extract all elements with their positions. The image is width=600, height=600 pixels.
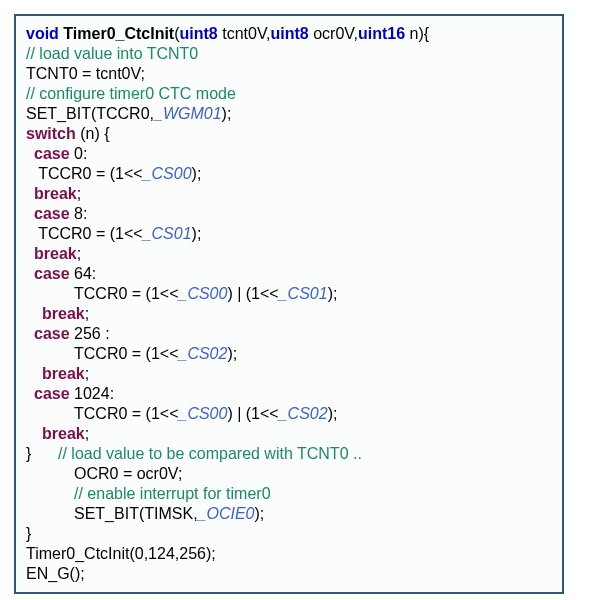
code-line: EN_G(); [26, 564, 552, 584]
arg: tcnt0V, [218, 25, 271, 42]
arg: ocr0V, [309, 25, 358, 42]
keyword-break: break [42, 425, 85, 442]
keyword-break: break [42, 305, 85, 322]
code-line: TCNT0 = tcnt0V; [26, 64, 552, 84]
code-line: switch (n) { [26, 124, 552, 144]
type: uint8 [271, 25, 309, 42]
code-line: SET_BIT(TIMSK,_OCIE0); [26, 504, 552, 524]
code-line: TCCR0 = (1<<_CS00) | (1<<_CS01); [26, 284, 552, 304]
code-line: case 0: [26, 144, 552, 164]
type: uint8 [180, 25, 218, 42]
comment: // configure timer0 CTC mode [26, 84, 552, 104]
keyword-break: break [34, 185, 77, 202]
code-line: case 1024: [26, 384, 552, 404]
type: uint16 [358, 25, 405, 42]
case-value: 1024: [70, 385, 114, 402]
constant: _OCIE0 [198, 505, 255, 522]
text: TCCR0 = (1<< [34, 225, 143, 242]
text: SET_BIT(TIMSK, [74, 505, 198, 522]
code-line: SET_BIT(TCCR0,_WGM01); [26, 104, 552, 124]
comment: // enable interrupt for timer0 [26, 484, 552, 504]
text: ); [328, 285, 338, 302]
semi: ; [77, 245, 81, 262]
code-line: case 256 : [26, 324, 552, 344]
code-line: OCR0 = ocr0V; [26, 464, 552, 484]
keyword-void: void [26, 25, 59, 42]
arg: n){ [405, 25, 429, 42]
text: TCCR0 = (1<< [34, 165, 143, 182]
text: ); [222, 105, 232, 122]
code-line: break; [26, 364, 552, 384]
case-value: 256 : [70, 325, 110, 342]
code-line: TCCR0 = (1<<_CS01); [26, 224, 552, 244]
code-line: TCCR0 = (1<<_CS00); [26, 164, 552, 184]
constant: _CS01 [279, 285, 328, 302]
case-value: 64: [70, 265, 97, 282]
keyword-case: case [34, 385, 70, 402]
constant: _CS02 [279, 405, 328, 422]
text: ); [192, 225, 202, 242]
text: TCCR0 = (1<< [74, 285, 178, 302]
text: ); [227, 345, 237, 362]
comment: // load value to be compared with TCNT0 … [58, 445, 362, 462]
semi: ; [77, 185, 81, 202]
keyword-case: case [34, 205, 70, 222]
code-line: case 64: [26, 264, 552, 284]
case-value: 8: [70, 205, 88, 222]
semi: ; [85, 365, 89, 382]
code-line: break; [26, 304, 552, 324]
keyword-switch: switch [26, 125, 76, 142]
text: TCCR0 = (1<< [74, 405, 178, 422]
text: ) | (1<< [227, 285, 278, 302]
code-line: } // load value to be compared with TCNT… [26, 444, 552, 464]
constant: _CS02 [178, 345, 227, 362]
func-name: Timer0_CtcInit [63, 25, 174, 42]
keyword-case: case [34, 265, 70, 282]
constant: _WGM01 [154, 105, 222, 122]
code-line: break; [26, 184, 552, 204]
keyword-case: case [34, 145, 70, 162]
semi: ; [85, 305, 89, 322]
keyword-case: case [34, 325, 70, 342]
text: ); [255, 505, 265, 522]
code-line: TCCR0 = (1<<_CS02); [26, 344, 552, 364]
constant: _CS00 [178, 285, 227, 302]
text: ); [192, 165, 202, 182]
code-line: break; [26, 244, 552, 264]
code-line: break; [26, 424, 552, 444]
code-line: void Timer0_CtcInit(uint8 tcnt0V,uint8 o… [26, 24, 552, 44]
text: ); [328, 405, 338, 422]
text: SET_BIT(TCCR0, [26, 105, 154, 122]
keyword-break: break [34, 245, 77, 262]
constant: _CS01 [143, 225, 192, 242]
code-block: void Timer0_CtcInit(uint8 tcnt0V,uint8 o… [14, 14, 564, 594]
brace: } [26, 524, 552, 544]
text: ) | (1<< [227, 405, 278, 422]
semi: ; [85, 425, 89, 442]
code-line: Timer0_CtcInit(0,124,256); [26, 544, 552, 564]
text: TCCR0 = (1<< [74, 345, 178, 362]
code-line: TCCR0 = (1<<_CS00) | (1<<_CS02); [26, 404, 552, 424]
keyword-break: break [42, 365, 85, 382]
text: (n) { [76, 125, 110, 142]
constant: _CS00 [143, 165, 192, 182]
code-line: case 8: [26, 204, 552, 224]
constant: _CS00 [178, 405, 227, 422]
case-value: 0: [70, 145, 88, 162]
comment: // load value into TCNT0 [26, 44, 552, 64]
